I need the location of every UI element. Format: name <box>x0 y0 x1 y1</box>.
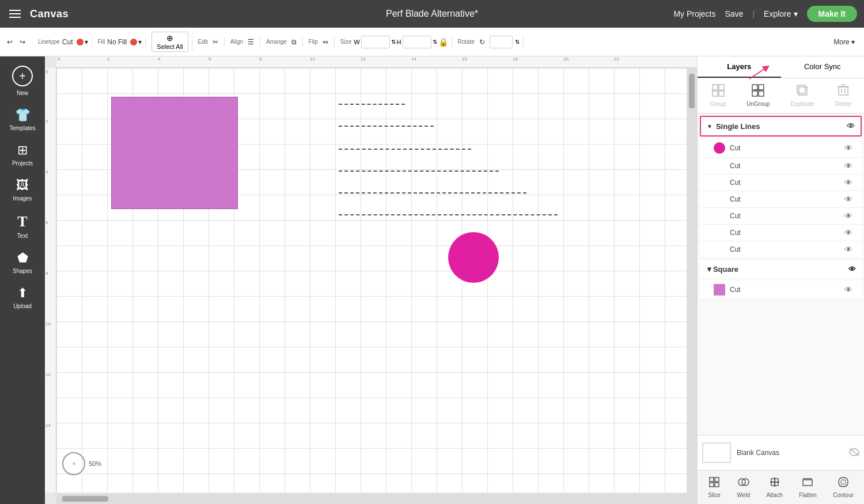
visibility-icon[interactable]: 👁 <box>848 265 856 274</box>
undo-button[interactable]: ↩ <box>5 37 15 47</box>
sidebar-item-upload[interactable]: ⬆ Upload <box>2 281 43 314</box>
sidebar-item-templates[interactable]: 👕 Templates <box>2 103 43 136</box>
layer-group-square[interactable]: ▼ Square 👁 <box>700 260 862 278</box>
tab-color-sync[interactable]: Color Sync <box>781 56 865 78</box>
sidebar-item-new[interactable]: + New <box>2 61 43 101</box>
rotate-input[interactable] <box>490 36 513 48</box>
attach-label: Attach <box>766 492 782 498</box>
weld-button[interactable]: Weld <box>733 474 753 501</box>
zoom-indicator: ☀ 50% <box>62 452 101 475</box>
rotate-button[interactable]: ↻ <box>477 37 487 47</box>
tab-layers[interactable]: Layers <box>698 56 781 78</box>
layer-item[interactable]: Cut 👁 <box>700 208 862 225</box>
explore-dropdown[interactable]: Explore ▾ <box>764 9 797 18</box>
hamburger-menu[interactable] <box>7 7 23 20</box>
layer-item[interactable]: Cut 👁 <box>700 191 862 208</box>
layer-item[interactable]: Cut 👁 <box>700 225 862 241</box>
ruler-vertical: 0 2 4 6 8 10 12 14 <box>45 68 56 492</box>
my-projects-link[interactable]: My Projects <box>673 9 715 18</box>
layer-color-swatch <box>714 142 725 154</box>
rotate-stepper-icon: ⇅ <box>515 39 520 45</box>
layer-item-square[interactable]: Cut 👁 <box>700 281 862 300</box>
layer-visibility-icon[interactable]: 👁 <box>844 178 852 187</box>
arrange-label: Arrange <box>266 39 287 45</box>
width-stepper-icon: ⇅ <box>391 39 396 45</box>
slice-label: Slice <box>708 492 721 498</box>
slice-button[interactable]: Slice <box>704 474 724 501</box>
undo-redo-group: ↩ ↪ <box>5 37 32 47</box>
contour-button[interactable]: Contour <box>829 474 857 501</box>
layer-visibility-icon[interactable]: 👁 <box>844 143 852 153</box>
layer-group-single-lines[interactable]: ▼ Single Lines 👁 <box>700 116 862 137</box>
sidebar-item-projects[interactable]: ⊞ Projects <box>2 138 43 171</box>
layer-visibility-icon[interactable]: 👁 <box>844 161 852 170</box>
height-stepper-icon: ⇅ <box>433 39 437 45</box>
height-input[interactable] <box>403 36 431 48</box>
layer-visibility-icon[interactable]: 👁 <box>844 285 852 294</box>
attach-button[interactable]: Attach <box>763 474 786 501</box>
layer-visibility-icon[interactable]: 👁 <box>844 211 852 221</box>
chevron-down-icon: ▾ <box>794 9 798 18</box>
sidebar-item-text[interactable]: T Text <box>2 209 43 244</box>
ungroup-button[interactable]: UnGroup <box>743 82 774 109</box>
width-label: W <box>354 39 359 46</box>
fill-select[interactable]: No Fill ▾ <box>107 38 142 46</box>
sidebar-item-shapes[interactable]: ⬟ Shapes <box>2 246 43 279</box>
more-button[interactable]: More ▾ <box>833 38 859 46</box>
canvas-grid[interactable]: ☀ 50% <box>56 68 697 492</box>
slice-icon <box>708 476 720 491</box>
layer-visibility-icon[interactable]: 👁 <box>844 228 852 237</box>
layer-item-label: Cut <box>730 179 844 187</box>
shape-square[interactable] <box>111 97 238 209</box>
blank-canvas-visibility[interactable] <box>849 448 859 458</box>
redo-button[interactable]: ↪ <box>17 37 28 47</box>
make-it-button[interactable]: Make It <box>807 6 857 22</box>
select-all-button[interactable]: ⊕ Select All <box>151 32 188 52</box>
svg-rect-25 <box>803 480 812 486</box>
scrollbar-horizontal[interactable] <box>56 494 697 504</box>
save-button[interactable]: Save <box>725 9 744 18</box>
svg-rect-9 <box>799 87 807 95</box>
svg-rect-3 <box>719 91 724 96</box>
width-input[interactable] <box>361 36 390 48</box>
sidebar-item-images[interactable]: 🖼 Images <box>2 173 43 206</box>
nav-divider: | <box>752 9 755 18</box>
canvas-area[interactable]: 0 2 4 6 8 10 12 14 16 18 20 22 0 2 4 6 8 <box>45 56 697 504</box>
size-label: Size <box>340 39 351 45</box>
ungroup-icon <box>752 84 764 100</box>
blank-canvas-item[interactable]: Blank Canvas <box>702 440 859 465</box>
main-layout: + New 👕 Templates ⊞ Projects 🖼 Images T … <box>0 56 864 504</box>
linetype-select[interactable]: Cut ▾ <box>62 38 88 46</box>
align-button[interactable]: ☰ <box>245 37 256 47</box>
left-sidebar: + New 👕 Templates ⊞ Projects 🖼 Images T … <box>0 56 45 504</box>
layer-item[interactable]: Cut 👁 <box>700 139 862 158</box>
layer-item[interactable]: Cut 👁 <box>700 158 862 175</box>
size-group: Size W ⇅ H ⇅ 🔒 <box>337 36 452 48</box>
shape-circle[interactable] <box>448 232 499 283</box>
layer-visibility-icon[interactable]: 👁 <box>844 195 852 204</box>
visibility-icon[interactable]: 👁 <box>847 122 855 131</box>
arrange-button[interactable]: ⧉ <box>289 37 299 47</box>
projects-icon: ⊞ <box>17 143 28 158</box>
group-button[interactable]: Group <box>707 82 730 109</box>
scrollbar-vertical[interactable] <box>687 68 697 494</box>
height-label: H <box>397 39 401 46</box>
expand-icon: ▼ <box>707 123 713 130</box>
duplicate-button[interactable]: Duplicate <box>787 82 818 109</box>
weld-label: Weld <box>737 492 750 498</box>
flatten-button[interactable]: Flatten <box>795 474 820 501</box>
edit-button[interactable]: ✂ <box>210 37 221 47</box>
layer-item[interactable]: Cut 👁 <box>700 241 862 258</box>
flip-button[interactable]: ⇔ <box>320 37 331 47</box>
layer-item[interactable]: Cut 👁 <box>700 175 862 191</box>
blank-canvas-thumbnail <box>702 442 731 463</box>
layer-item-label: Cut <box>730 162 844 170</box>
delete-button[interactable]: Delete <box>831 82 855 109</box>
scrollbar-thumb-v[interactable] <box>689 74 695 108</box>
layer-visibility-icon[interactable]: 👁 <box>844 245 852 254</box>
blank-canvas-label: Blank Canvas <box>737 449 843 457</box>
scrollbar-thumb-h[interactable] <box>62 496 108 502</box>
zoom-circle: ☀ <box>62 452 85 475</box>
layer-item-label: Cut <box>730 245 844 253</box>
flatten-icon <box>802 476 813 491</box>
